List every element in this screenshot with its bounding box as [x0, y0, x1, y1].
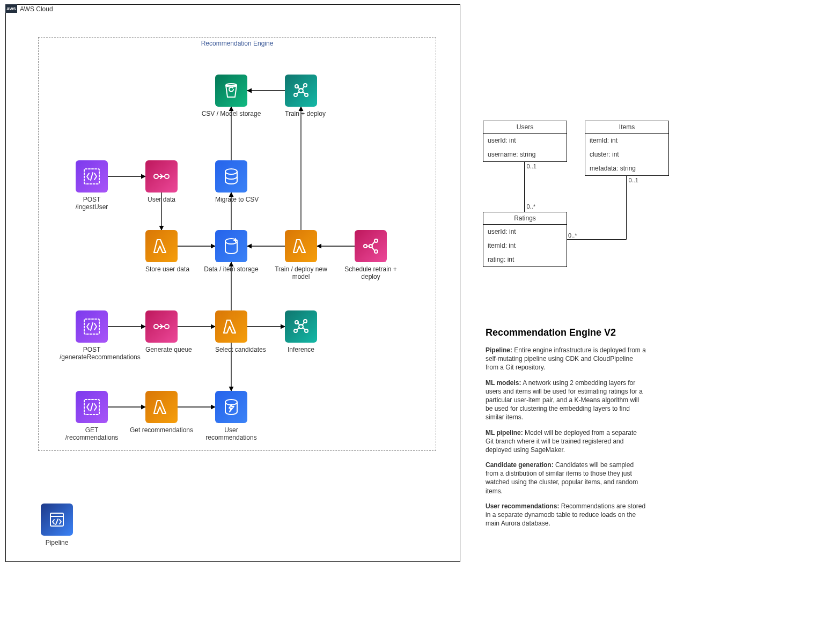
- node-label: Train + deploy: [285, 110, 317, 117]
- node-label: Select candidates: [215, 346, 247, 353]
- svg-point-24: [225, 399, 237, 405]
- node-label: User data: [145, 196, 178, 203]
- lambda-icon: [145, 230, 178, 262]
- entity-title: Items: [585, 121, 668, 134]
- node-post-gen: POST/generateRecommendations: [76, 310, 108, 361]
- doc-paragraph-label: User recommendations:: [486, 502, 559, 510]
- node-post-ingest: POST/ingestUser: [76, 160, 108, 211]
- node-pipeline: Pipeline: [41, 504, 73, 546]
- doc-paragraph-label: Candidate generation:: [486, 461, 554, 469]
- doc-paragraph-label: ML models:: [486, 379, 521, 387]
- doc-paragraph: Pipeline: Entire engine infrastructure i…: [486, 346, 646, 372]
- doc-paragraph: Candidate generation: Candidates will be…: [486, 461, 646, 495]
- entity-title: Ratings: [483, 212, 567, 225]
- entity-field: rating: int: [483, 253, 567, 267]
- node-label: CSV / Model storage: [199, 110, 263, 117]
- node-label: Schedule retrain + deploy: [339, 265, 403, 281]
- doc-title: Recommendation Engine V2: [486, 327, 646, 338]
- svg-point-16: [154, 324, 158, 329]
- recommendation-engine-title: Recommendation Engine: [201, 40, 274, 47]
- node-label: GET/recommendations: [60, 426, 124, 442]
- entity-field: itemId: int: [483, 239, 567, 253]
- multiplicity: 0..*: [568, 232, 577, 239]
- multiplicity: 0..1: [629, 177, 638, 183]
- entity-users: UsersuserId: intusername: string: [483, 121, 567, 162]
- node-select-cand: Select candidates: [215, 310, 247, 353]
- node-label: Migrate to CSV: [215, 196, 247, 203]
- node-label: POST/ingestUser: [60, 196, 124, 211]
- lambda-icon: [145, 391, 178, 423]
- api-icon: [76, 310, 108, 343]
- documentation: Recommendation Engine V2 Pipeline: Entir…: [486, 327, 646, 534]
- doc-paragraph-label: ML pipeline:: [486, 429, 523, 436]
- multiplicity: 0..1: [527, 163, 536, 169]
- dbplus-icon: [215, 230, 247, 262]
- svg-point-7: [154, 174, 158, 179]
- node-migrate-csv: Migrate to CSV: [215, 160, 247, 203]
- multiplicity: 0..*: [527, 203, 536, 210]
- bucket-icon: [215, 75, 247, 107]
- doc-paragraph-label: Pipeline:: [486, 346, 512, 354]
- doc-paragraph: User recommendations: Recommendations ar…: [486, 502, 646, 528]
- api-icon: [76, 160, 108, 193]
- entity-field: itemId: int: [585, 134, 668, 147]
- svg-point-9: [225, 169, 237, 174]
- node-gen-queue: Generate queue: [145, 310, 178, 353]
- pipeline-icon: [41, 504, 73, 536]
- api-icon: [76, 391, 108, 423]
- entity-ratings: RatingsuserId: intitemId: intrating: int: [483, 212, 567, 267]
- node-data-storage: Data / item storage: [215, 230, 247, 273]
- node-label: Inference: [285, 346, 317, 353]
- node-schedule: Schedule retrain + deploy: [355, 230, 387, 281]
- node-user-recs: User recommendations: [215, 391, 247, 442]
- doc-paragraph: ML pipeline: Model will be deployed from…: [486, 428, 646, 455]
- doc-paragraph: ML models: A network using 2 embedding l…: [486, 379, 646, 422]
- node-csv-storage: CSV / Model storage: [215, 75, 247, 117]
- node-label: POST/generateRecommendations: [60, 346, 124, 361]
- entity-field: username: string: [483, 147, 567, 161]
- aws-cloud-container: aws AWS Cloud Recommendation Engine CSV …: [5, 4, 460, 562]
- entity-items: ItemsitemId: intcluster: intmetadata: st…: [585, 121, 669, 176]
- node-train-new: Train / deploy new model: [285, 230, 317, 281]
- node-train-deploy: Train + deploy: [285, 75, 317, 117]
- ml-icon: [285, 75, 317, 107]
- node-label: Get recommendations: [129, 426, 194, 434]
- lambda-icon: [285, 230, 317, 262]
- entity-field: metadata: string: [585, 161, 668, 175]
- node-get-recs: GET/recommendations: [76, 391, 108, 442]
- node-label: Generate queue: [145, 346, 178, 353]
- entity-field: cluster: int: [585, 147, 668, 161]
- svg-rect-25: [50, 513, 63, 526]
- node-label: User recommendations: [199, 426, 263, 442]
- ml-icon: [285, 310, 317, 343]
- aws-logo-icon: aws: [5, 4, 17, 13]
- node-label: Data / item storage: [199, 265, 263, 273]
- node-label: Pipeline: [41, 539, 73, 546]
- entity-field: userId: int: [483, 225, 567, 239]
- node-label: Store user data: [145, 265, 178, 273]
- queue-icon: [145, 160, 178, 193]
- diagram-page: aws AWS Cloud Recommendation Engine CSV …: [0, 0, 816, 644]
- queue-icon: [145, 310, 178, 343]
- aws-cloud-title: AWS Cloud: [20, 5, 53, 13]
- node-label: Train / deploy new model: [269, 265, 333, 281]
- node-get-recs-l: Get recommendations: [145, 391, 178, 434]
- dbfast-icon: [215, 391, 247, 423]
- node-inference: Inference: [285, 310, 317, 353]
- lambda-icon: [215, 310, 247, 343]
- node-store-user: Store user data: [145, 230, 178, 273]
- node-user-data: User data: [145, 160, 178, 203]
- event-icon: [355, 230, 387, 262]
- svg-point-17: [165, 324, 169, 329]
- entity-field: userId: int: [483, 134, 567, 147]
- svg-point-8: [165, 174, 169, 179]
- db-icon: [215, 160, 247, 193]
- entity-title: Users: [483, 121, 567, 134]
